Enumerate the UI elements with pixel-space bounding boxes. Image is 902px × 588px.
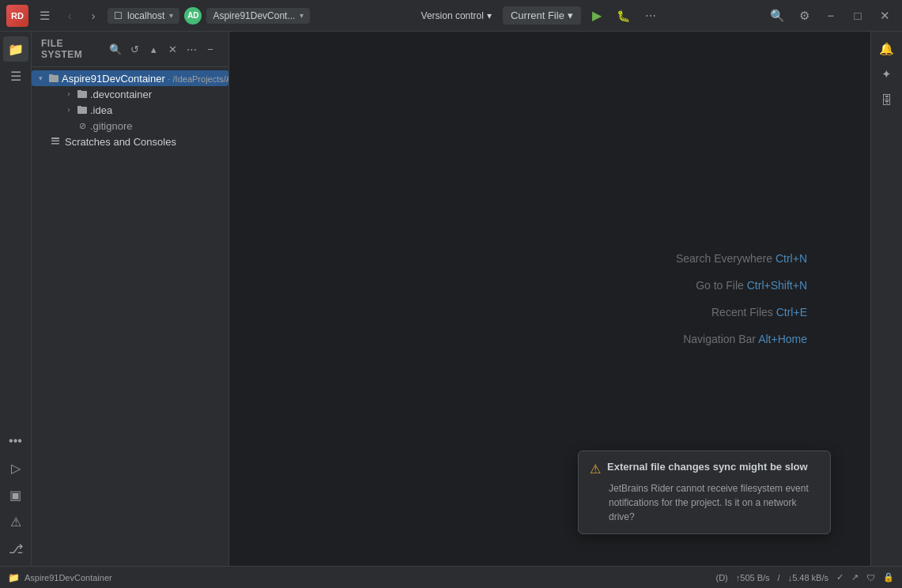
tree-item-root[interactable]: ▾ Aspire91DevContainer · /IdeaProjects/A… (32, 70, 228, 86)
current-file-label: Current File (511, 9, 564, 21)
search-icon: 🔍 (109, 43, 122, 55)
svg-rect-6 (51, 138, 59, 139)
status-lock-icon: 🔒 (883, 572, 894, 582)
shortcut-navigation-bar: Navigation Bar Alt+Home (683, 333, 807, 345)
shortcut-recent-files: Recent Files Ctrl+E (711, 306, 807, 318)
activity-item-bookmarks[interactable]: ☰ (3, 63, 28, 89)
tree-item-scratches[interactable]: Scratches and Consoles (32, 134, 228, 149)
sidebar-title: File System (41, 38, 107, 60)
tree-item-devcontainer[interactable]: › .devcontainer (32, 86, 228, 102)
forward-button[interactable]: › (84, 6, 103, 25)
tree-item-gitignore[interactable]: › ⊘ .gitignore (32, 118, 228, 134)
notification-text: JetBrains Rider cannot receive filesyste… (609, 483, 809, 522)
svg-rect-0 (49, 75, 58, 82)
svg-rect-1 (49, 74, 53, 76)
shortcut-goto-file: Go to File Ctrl+Shift+N (696, 279, 807, 292)
nav-prefix: N (683, 333, 691, 345)
maximize-button[interactable]: □ (847, 5, 869, 27)
status-drive: (D) (715, 573, 727, 582)
location-icon: ☐ (114, 10, 123, 21)
sidebar-refresh-button[interactable]: ↺ (126, 40, 143, 58)
gitignore-label: .gitignore (90, 120, 132, 132)
main-layout: 📁 ☰ ••• ▷ ▣ ⚠ ⎇ File System 🔍 (0, 32, 902, 566)
more-actions-button[interactable]: ⋯ (640, 5, 662, 27)
activity-bar: 📁 ☰ ••• ▷ ▣ ⚠ ⎇ (0, 32, 32, 566)
database-icon: 🗄 (881, 93, 893, 107)
sidebar-collapse-button[interactable]: ▴ (145, 40, 162, 58)
tree-item-idea[interactable]: › .idea (32, 102, 228, 118)
problems-icon: ⚠ (10, 514, 21, 530)
status-folder-icon: 📁 (8, 572, 20, 583)
activity-item-terminal[interactable]: ▣ (3, 482, 28, 507)
idea-arrow: › (63, 104, 74, 115)
goto-prefix: G (696, 279, 704, 292)
close-icon: ✕ (168, 43, 177, 55)
status-project-name[interactable]: Aspire91DevContainer (25, 573, 112, 582)
activity-item-files[interactable]: 📁 (3, 36, 28, 62)
status-left: 📁 Aspire91DevContainer (8, 572, 112, 583)
debug-button[interactable]: 🐛 (613, 5, 635, 27)
git-icon: ⎇ (9, 541, 23, 556)
ai-assistant-button[interactable]: ✦ (876, 63, 898, 85)
svg-rect-2 (77, 91, 87, 98)
notification-body: JetBrains Rider cannot receive filesyste… (609, 481, 819, 524)
run-button[interactable]: ▶ (586, 5, 608, 27)
search-everywhere-button[interactable]: 🔍 (766, 5, 788, 27)
status-branch-icon: ↗ (851, 572, 859, 582)
status-bar: 📁 Aspire91DevContainer (D) ↑505 B/s / ↓5… (0, 566, 902, 588)
sidebar-more-button[interactable]: ⋯ (183, 40, 200, 58)
minimize-button[interactable]: − (820, 5, 842, 27)
location-chevron: ▾ (169, 11, 173, 20)
project-selector[interactable]: Aspire91DevCont... ▾ (206, 8, 310, 24)
notifications-icon: 🔔 (879, 42, 894, 56)
sidebar-minimize-button[interactable]: − (202, 40, 219, 58)
project-name: Aspire91DevCont... (213, 10, 295, 21)
titlebar: RD ☰ ‹ › ☐ localhost ▾ AD Aspire91DevCon… (0, 0, 902, 32)
activity-item-problems[interactable]: ⚠ (3, 509, 28, 534)
devcontainer-label: .devcontainer (90, 89, 152, 100)
settings-button[interactable]: ⚙ (793, 5, 815, 27)
svg-rect-3 (77, 90, 81, 92)
titlebar-left: RD ☰ ‹ › ☐ localhost ▾ AD Aspire91DevCon… (6, 5, 310, 27)
status-upload: ↑505 B/s (736, 573, 770, 582)
hamburger-button[interactable]: ☰ (33, 5, 55, 27)
svg-rect-4 (77, 107, 87, 114)
notification-title: External file changes sync might be slow (607, 461, 808, 473)
location-text: localhost (127, 10, 164, 21)
notification-popup: ⚠ External file changes sync might be sl… (578, 450, 831, 534)
current-file-chevron: ▾ (568, 9, 573, 21)
root-folder-icon (47, 72, 60, 85)
sidebar-header: File System 🔍 ↺ ▴ ✕ ⋯ − (32, 32, 228, 67)
warning-icon: ⚠ (590, 462, 601, 477)
notification-header: ⚠ External file changes sync might be sl… (590, 461, 819, 477)
status-separator: / (778, 573, 780, 582)
activity-item-git[interactable]: ⎇ (3, 536, 28, 561)
minimize-icon: − (207, 43, 213, 55)
root-label: Aspire91DevContainer · /IdeaProjects/Asp… (62, 73, 228, 85)
status-check-icon: ✓ (836, 572, 844, 582)
notifications-button[interactable]: 🔔 (876, 38, 898, 60)
sidebar-close-button[interactable]: ✕ (164, 40, 181, 58)
sidebar-search-button[interactable]: 🔍 (107, 40, 124, 58)
location-bar[interactable]: ☐ localhost ▾ (108, 8, 179, 24)
right-panel: 🔔 ✦ 🗄 (870, 32, 902, 566)
version-control-selector[interactable]: Version control ▾ (415, 8, 498, 24)
current-file-selector[interactable]: Current File ▾ (503, 6, 581, 24)
activity-item-run[interactable]: ▷ (3, 455, 28, 481)
run-icon: ▷ (11, 461, 21, 476)
more-icon: ••• (9, 434, 22, 448)
files-icon: 📁 (8, 42, 24, 57)
database-button[interactable]: 🗄 (876, 89, 898, 111)
project-chevron: ▾ (300, 11, 304, 20)
titlebar-right: 🔍 ⚙ − □ ✕ (766, 5, 896, 27)
status-download: ↓5.48 kB/s (788, 573, 828, 582)
back-button[interactable]: ‹ (60, 6, 79, 25)
activity-item-more[interactable]: ••• (3, 428, 28, 454)
close-button[interactable]: ✕ (874, 5, 896, 27)
file-tree: ▾ Aspire91DevContainer · /IdeaProjects/A… (32, 67, 228, 566)
root-arrow: ▾ (35, 73, 46, 84)
version-control-label: Version control (421, 10, 484, 21)
recent-prefix: Re (711, 306, 726, 318)
refresh-icon: ↺ (130, 43, 139, 55)
svg-rect-8 (51, 143, 59, 145)
